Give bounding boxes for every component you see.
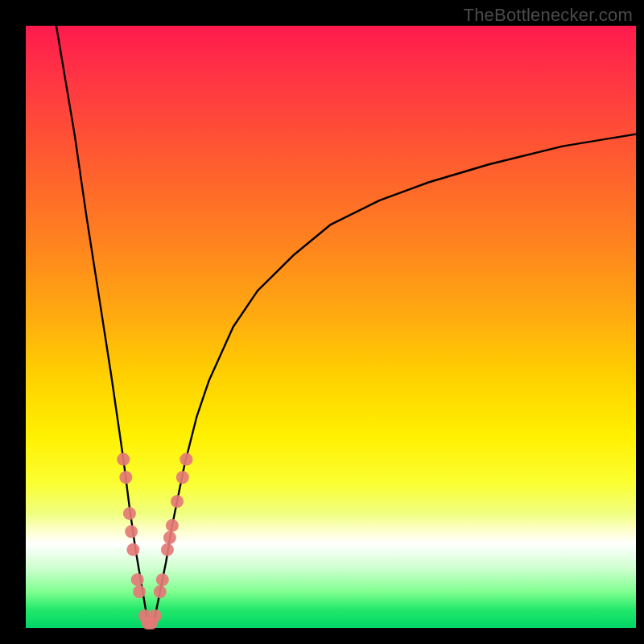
highlight-point — [171, 495, 184, 508]
highlight-point — [166, 519, 179, 532]
highlight-point — [126, 543, 139, 556]
highlight-point — [149, 609, 162, 622]
chart-frame: TheBottlenecker.com — [0, 0, 644, 644]
highlight-point — [161, 543, 174, 556]
highlight-point — [125, 525, 138, 538]
watermark-text: TheBottlenecker.com — [464, 5, 633, 26]
highlight-point — [180, 453, 192, 466]
highlight-point — [163, 531, 176, 544]
highlight-point — [154, 585, 167, 598]
highlight-point — [119, 471, 132, 484]
bottleneck-curve — [56, 26, 636, 622]
highlight-point — [123, 507, 136, 520]
highlight-point — [156, 573, 169, 586]
highlight-point — [176, 471, 189, 484]
chart-svg — [0, 0, 644, 644]
highlight-point — [133, 585, 146, 598]
highlight-point — [117, 453, 130, 466]
highlight-point — [131, 573, 144, 586]
